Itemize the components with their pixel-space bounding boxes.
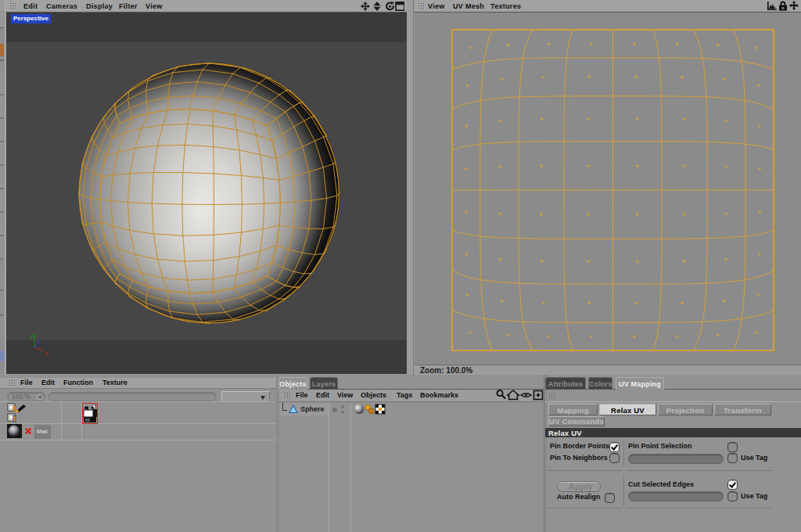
- svg-text:x: x: [45, 350, 49, 357]
- svg-text:z: z: [37, 338, 40, 345]
- svg-text:y: y: [30, 332, 34, 340]
